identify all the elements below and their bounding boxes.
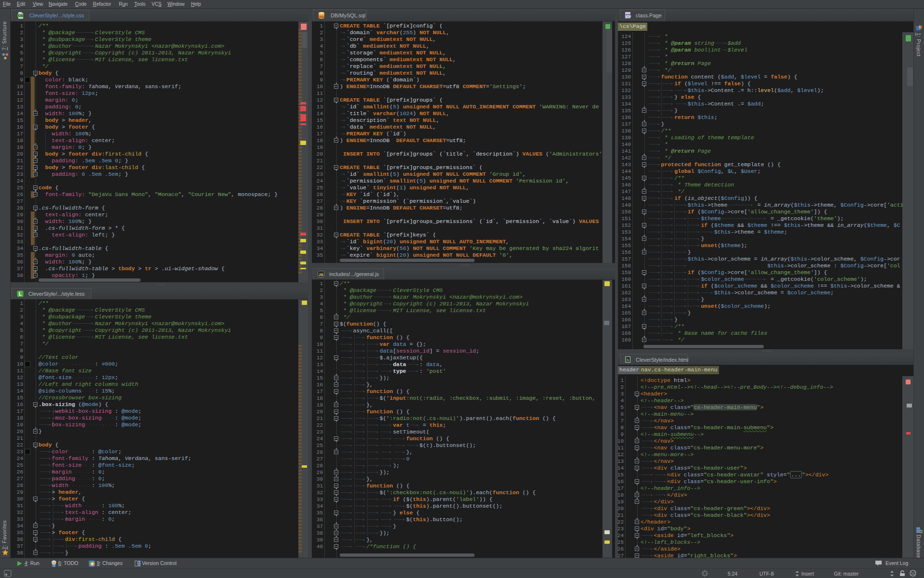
- svg-text:CSS: CSS: [18, 14, 25, 17]
- svg-text:h: h: [627, 358, 629, 363]
- svg-text:SQL: SQL: [319, 15, 325, 18]
- svg-text:L: L: [19, 291, 22, 297]
- svg-text:JS: JS: [319, 273, 323, 277]
- svg-text:php: php: [626, 14, 631, 17]
